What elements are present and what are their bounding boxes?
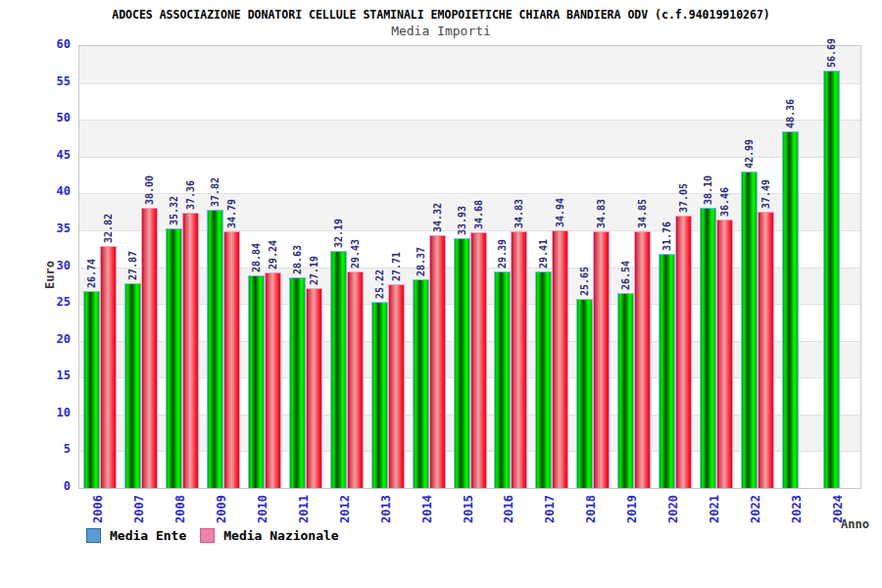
y-tick-label: 10	[0, 406, 71, 419]
y-tick-label: 60	[0, 37, 71, 51]
plot-area: 26.7432.8227.8738.0035.3237.3637.8234.79…	[78, 45, 861, 489]
y-tick-label: 0	[0, 479, 71, 493]
x-tick-label-2006: 2006	[92, 495, 105, 523]
bar-ente-2015	[454, 238, 470, 488]
value-label-nazionale-2006: 32.82	[103, 214, 114, 243]
bar-ente-2011	[289, 277, 306, 488]
bar-nazionale-2016	[511, 231, 527, 488]
x-tick-label-2007: 2007	[133, 495, 146, 523]
legend-swatch-1	[200, 528, 215, 543]
bar-nazionale-2014	[429, 235, 446, 488]
x-tick-label-2014: 2014	[421, 495, 434, 523]
value-label-ente-2013: 25.22	[374, 270, 385, 299]
bar-ente-2007	[124, 283, 141, 488]
value-label-ente-2009: 37.82	[210, 177, 220, 207]
value-label-nazionale-2017: 34.94	[555, 198, 565, 227]
value-label-nazionale-2021: 36.46	[719, 187, 730, 217]
x-tick-label-2012: 2012	[339, 495, 352, 523]
bar-ente-2021	[700, 208, 716, 488]
bar-ente-2014	[413, 279, 429, 488]
y-tick-label: 50	[0, 111, 71, 124]
value-label-ente-2011: 28.63	[292, 245, 303, 274]
value-label-nazionale-2007: 38.00	[144, 175, 155, 205]
value-label-nazionale-2015: 34.68	[473, 200, 484, 229]
bar-nazionale-2006	[100, 246, 117, 488]
y-tick-label: 5	[0, 442, 71, 456]
value-label-nazionale-2013: 27.71	[391, 252, 402, 281]
x-tick-label-2013: 2013	[380, 495, 393, 523]
bar-ente-2016	[494, 271, 511, 488]
grid-band	[79, 83, 860, 121]
x-tick-label-2020: 2020	[667, 495, 680, 523]
value-label-ente-2012: 32.19	[333, 219, 344, 248]
bar-chart: ADOCES ASSOCIAZIONE DONATORI CELLULE STA…	[0, 0, 882, 588]
legend-item-0: Media Ente	[86, 528, 186, 543]
bar-nazionale-2013	[388, 284, 405, 488]
value-label-ente-2008: 35.32	[169, 196, 179, 225]
chart-title: ADOCES ASSOCIAZIONE DONATORI CELLULE STA…	[0, 8, 882, 22]
bar-ente-2024	[823, 71, 840, 488]
bar-ente-2020	[659, 254, 675, 488]
x-tick-label-2019: 2019	[626, 495, 639, 523]
x-tick-label-2022: 2022	[750, 495, 762, 523]
chart-subtitle: Media Importi	[0, 24, 882, 38]
bar-nazionale-2007	[141, 208, 158, 488]
value-label-ente-2024: 56.69	[826, 38, 837, 68]
grid-band	[79, 46, 860, 83]
y-tick-label: 45	[0, 148, 71, 162]
y-tick-label: 15	[0, 368, 71, 382]
x-tick-label-2018: 2018	[585, 495, 598, 523]
value-label-nazionale-2012: 29.43	[350, 239, 361, 269]
value-label-nazionale-2020: 37.05	[678, 183, 689, 213]
value-label-ente-2017: 29.41	[538, 239, 549, 269]
bar-nazionale-2015	[470, 232, 487, 488]
value-label-ente-2023: 48.36	[785, 99, 796, 128]
bar-ente-2017	[535, 271, 552, 488]
legend-swatch-0	[86, 528, 101, 543]
legend-label-1: Media Nazionale	[223, 528, 338, 543]
value-label-nazionale-2011: 27.19	[309, 256, 319, 285]
bar-ente-2008	[166, 228, 182, 488]
value-label-nazionale-2008: 37.36	[185, 180, 196, 210]
value-label-nazionale-2014: 34.32	[432, 203, 443, 232]
value-label-ente-2020: 31.76	[662, 221, 672, 251]
value-label-ente-2007: 27.87	[127, 251, 138, 280]
bar-ente-2013	[371, 302, 388, 488]
x-tick-label-2011: 2011	[298, 495, 311, 523]
x-tick-label-2023: 2023	[791, 495, 804, 523]
x-tick-label-2009: 2009	[216, 495, 228, 523]
value-label-ente-2018: 25.65	[579, 267, 590, 296]
x-tick-label-2015: 2015	[463, 495, 475, 523]
legend-label-0: Media Ente	[110, 528, 186, 543]
y-tick-label: 30	[0, 259, 71, 272]
y-tick-label: 25	[0, 295, 71, 309]
x-tick-label-2017: 2017	[544, 495, 557, 523]
bar-ente-2009	[207, 210, 223, 488]
legend-item-1: Media Nazionale	[200, 528, 338, 543]
x-tick-label-2021: 2021	[709, 495, 721, 523]
y-tick-label: 55	[0, 74, 71, 88]
bar-ente-2018	[576, 299, 593, 488]
bar-ente-2022	[741, 172, 758, 488]
bar-ente-2006	[83, 291, 100, 488]
y-tick-label: 20	[0, 332, 71, 346]
bar-nazionale-2020	[675, 216, 692, 488]
bar-nazionale-2017	[552, 230, 568, 488]
value-label-ente-2022: 42.99	[744, 139, 755, 169]
bar-nazionale-2018	[593, 231, 610, 488]
bar-nazionale-2022	[758, 212, 774, 488]
value-label-nazionale-2018: 34.83	[596, 199, 607, 228]
x-tick-label-2016: 2016	[503, 495, 515, 523]
value-label-nazionale-2022: 37.49	[760, 179, 771, 209]
bar-nazionale-2019	[634, 231, 651, 488]
bar-nazionale-2008	[182, 213, 199, 488]
value-label-nazionale-2019: 34.85	[637, 199, 648, 228]
bar-ente-2010	[248, 275, 265, 488]
x-tick-label-2008: 2008	[174, 495, 187, 523]
x-axis-title: Anno	[841, 517, 869, 531]
value-label-nazionale-2010: 29.24	[268, 240, 278, 270]
value-label-ente-2019: 26.54	[620, 261, 631, 290]
bar-ente-2019	[617, 293, 634, 488]
value-label-ente-2010: 28.84	[251, 243, 262, 272]
bar-nazionale-2021	[716, 220, 733, 488]
